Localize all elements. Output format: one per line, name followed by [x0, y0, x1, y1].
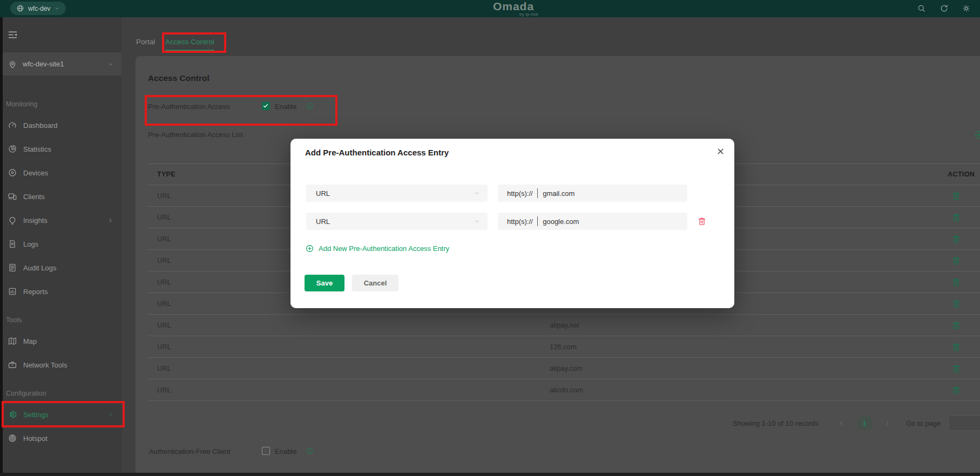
hotspot-icon — [8, 433, 17, 443]
sidebar-item-logs[interactable]: Logs — [0, 232, 121, 256]
add-access-entry-button[interactable] — [974, 130, 980, 140]
sidebar-item-label: Settings — [23, 411, 49, 419]
entry-value: alicdn.com — [550, 386, 931, 394]
delete-entry-button[interactable] — [951, 364, 961, 373]
globe-icon — [16, 4, 24, 12]
entry-type: URL — [148, 321, 550, 329]
close-icon[interactable] — [716, 147, 725, 156]
sidebar-item-label: Audit Logs — [23, 264, 56, 272]
url-prefix: http(s):// — [507, 217, 533, 226]
delete-entry-button[interactable] — [951, 191, 961, 201]
delete-entry-button[interactable] — [951, 213, 961, 222]
delete-entry-button[interactable] — [951, 342, 961, 352]
next-page-button[interactable] — [884, 420, 891, 427]
sidebar-item-hotspot[interactable]: Hotspot — [0, 426, 121, 450]
chevron-down-icon — [107, 61, 114, 67]
reports-icon — [8, 287, 17, 296]
auth-free-enable-checkbox[interactable] — [262, 447, 270, 455]
chevron-down-icon — [474, 218, 480, 225]
previous-page-button[interactable] — [838, 420, 845, 427]
delete-entry-button[interactable] — [951, 299, 961, 309]
url-value: google.com — [543, 217, 579, 226]
goto-page-label: Go to page — [906, 419, 941, 427]
save-button[interactable]: Save — [305, 275, 344, 291]
sidebar-item-dashboard[interactable]: Dashboard — [0, 113, 121, 137]
auth-free-enable-label: Enable — [275, 447, 296, 455]
entry-url-input[interactable]: http(s)://google.com — [498, 213, 687, 230]
site-selector[interactable]: wfc-dev-site1 — [0, 52, 121, 76]
site-name: wfc-dev-site1 — [23, 60, 64, 68]
omada-logo: Omada by tp-link — [489, 1, 538, 17]
entry-type: URL — [148, 343, 550, 351]
sidebar-item-settings[interactable]: Settings — [0, 403, 121, 426]
sidebar-collapse-button[interactable] — [7, 29, 18, 40]
brightness-icon[interactable] — [962, 4, 971, 13]
sidebar-item-map[interactable]: Map — [0, 329, 121, 353]
entry-value: alipay.com — [550, 364, 931, 372]
sidebar-item-insights[interactable]: Insights — [0, 208, 121, 232]
sidebar: wfc-dev-site1 MonitoringDashboardStatist… — [0, 17, 121, 476]
sidebar-item-audit-logs[interactable]: Audit Logs — [0, 256, 121, 280]
sidebar-item-devices[interactable]: Devices — [0, 161, 121, 185]
sidebar-item-network-tools[interactable]: Network Tools — [0, 353, 121, 377]
entry-type-select[interactable]: URL — [306, 185, 488, 202]
delete-entry-button[interactable] — [951, 385, 961, 395]
sidebar-item-clients[interactable]: Clients — [0, 185, 121, 208]
pre-auth-enable-checkbox[interactable] — [262, 102, 270, 110]
url-prefix: http(s):// — [507, 189, 533, 198]
input-cursor-divider — [537, 188, 538, 198]
info-icon[interactable] — [306, 102, 314, 110]
window-bottom-edge — [0, 473, 980, 476]
search-icon[interactable] — [917, 4, 926, 13]
input-cursor-divider — [537, 216, 538, 226]
location-pin-icon — [8, 59, 17, 69]
omada-controller-app: wfc-dev Omada by tp-link wfc-dev-site1 M… — [0, 0, 980, 476]
modal-entry-row: URLhttp(s)://gmail.com — [290, 185, 734, 202]
delete-entry-button[interactable] — [951, 321, 961, 330]
sidebar-item-label: Dashboard — [23, 121, 58, 130]
tab-portal[interactable]: Portal — [136, 38, 155, 46]
audit-logs-icon — [8, 263, 17, 273]
sidebar-item-label: Network Tools — [23, 361, 67, 369]
delete-entry-button[interactable] — [951, 234, 961, 244]
table-row: URLalipay.com — [148, 358, 980, 379]
statistics-icon — [8, 144, 17, 154]
logs-icon — [8, 239, 17, 249]
modal-entry-row: URLhttp(s)://google.com — [290, 213, 734, 230]
pre-auth-enable-label: Enable — [275, 103, 296, 111]
info-icon[interactable] — [306, 447, 314, 455]
add-new-entry-link[interactable]: Add New Pre-Authentication Access Entry — [305, 244, 449, 253]
goto-page-input[interactable] — [948, 416, 980, 431]
sidebar-item-label: Map — [23, 337, 37, 345]
chevron-down-icon — [474, 190, 480, 196]
column-header-action: ACTION — [931, 171, 980, 178]
tab-access-control[interactable]: Access Control — [165, 38, 214, 51]
delete-entry-button[interactable] — [951, 277, 961, 287]
sidebar-item-statistics[interactable]: Statistics — [0, 137, 121, 161]
sidebar-item-reports[interactable]: Reports — [0, 280, 121, 303]
sidebar-item-label: Devices — [23, 169, 48, 177]
refresh-icon[interactable] — [940, 4, 949, 13]
logo-text: Omada — [489, 1, 538, 12]
table-row: URLalipay.net — [148, 315, 980, 336]
clients-icon — [8, 192, 17, 201]
entry-type: URL — [148, 364, 550, 372]
table-row: URL126.com — [148, 336, 980, 358]
auth-free-client-label: Authentication-Free Client — [149, 447, 230, 455]
cancel-button[interactable]: Cancel — [352, 275, 398, 291]
sidebar-item-label: Hotspot — [23, 434, 48, 443]
remove-entry-button[interactable] — [697, 216, 707, 226]
delete-entry-button[interactable] — [951, 256, 961, 266]
entry-type-select[interactable]: URL — [306, 213, 488, 230]
devices-icon — [8, 168, 17, 178]
entry-url-input[interactable]: http(s)://gmail.com — [498, 185, 687, 202]
sidebar-section-monitoring: Monitoring — [6, 99, 121, 110]
topbar: wfc-dev Omada by tp-link — [0, 0, 980, 17]
pre-auth-list-label: Pre-Authentication Access List — [148, 131, 243, 139]
network-tools-icon — [8, 360, 17, 370]
sidebar-section-tools: Tools — [6, 315, 121, 325]
entry-type: URL — [148, 386, 550, 394]
controller-selector[interactable]: wfc-dev — [10, 2, 66, 15]
sidebar-nav: MonitoringDashboardStatisticsDevicesClie… — [0, 76, 121, 450]
page-number-button[interactable]: 1 — [857, 416, 871, 430]
